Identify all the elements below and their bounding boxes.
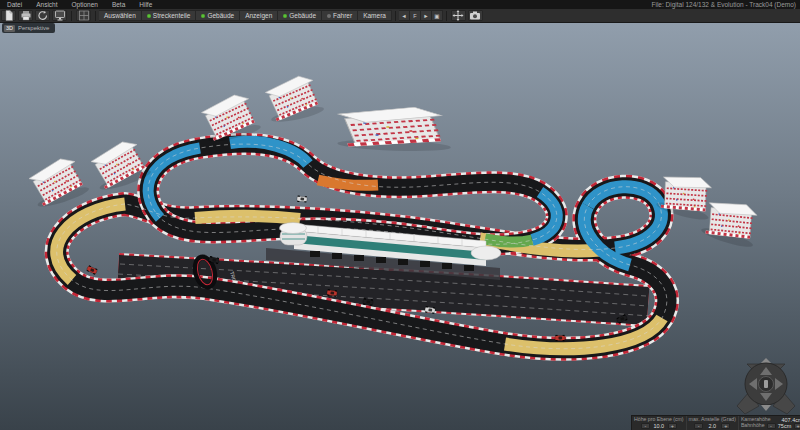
toolbar-separator [95,11,96,21]
grid-toggle-button[interactable] [76,10,91,21]
status-dot-icon [201,14,205,18]
move-arrows-icon [452,10,464,21]
menu-bar: Datei Ansicht Optionen Beta Hilfe File: … [0,0,800,9]
tool-label: Anzeigen [245,10,272,21]
camera-prev-button[interactable]: ◄ [399,10,410,21]
menu-hilfe[interactable]: Hilfe [132,0,159,9]
height-per-level-minus-button[interactable]: - [641,423,650,429]
printer-icon [20,10,32,21]
status-dot-icon [283,14,287,18]
reset-view-button[interactable] [35,10,50,21]
max-incline-section: max. Anstelle (Grad) - 2.0 + [687,416,739,430]
menu-datei[interactable]: Datei [0,0,29,9]
camera-next-button[interactable]: ► [421,10,432,21]
track-height-label: Bahnhöhe [741,423,765,429]
tool-label: Fahrer [333,10,352,21]
max-incline-value: 2.0 [705,423,719,429]
tool-label: Auswählen [104,10,136,21]
toolbar-separator [446,11,447,21]
grid-icon [78,10,90,21]
application-window: Datei Ansicht Optionen Beta Hilfe File: … [0,0,800,430]
height-per-level-value: 10.0 [652,423,666,429]
tool-anzeigen-button[interactable]: Anzeigen [240,10,278,21]
camera-track-height-section: Kamerahöhe 407.4cm Bahnhöhe - 75cm + [739,416,800,430]
camera-navigator[interactable] [733,350,799,416]
menu-beta[interactable]: Beta [105,0,132,9]
view-mode-selector[interactable]: 3D Perspektive [2,23,55,33]
viewport-3d[interactable]: 3D Perspektive [0,22,800,430]
max-incline-plus-button[interactable]: + [721,423,730,429]
rotate-arrow-icon [37,10,49,21]
display-button[interactable] [52,10,67,21]
tilt-down-button[interactable] [761,405,771,411]
toolbar-separator [71,11,72,21]
view-mode-badge: 3D [4,25,15,32]
tool-streckenteile-button[interactable]: Streckenteile [142,10,197,21]
pan-mode-button[interactable] [451,10,466,21]
tool-label: Streckenteile [153,10,191,21]
nav-center-icon [764,380,768,388]
view-mode-label: Perspektive [18,24,49,32]
toolbar-separator [395,11,396,21]
camera-frame-button[interactable]: ▣ [432,10,443,21]
menu-optionen[interactable]: Optionen [65,0,105,9]
tool-kamera-button[interactable]: Kamera [358,10,392,21]
tool-auswaehlen-button[interactable]: Auswählen [99,10,142,21]
camera-icon [469,10,481,21]
track-scene[interactable]: TRIX [0,22,800,430]
max-incline-label: max. Anstelle (Grad) [689,417,736,423]
print-button[interactable] [18,10,33,21]
status-bar: Höhe pro Ebene (cm) - 10.0 + max. Anstel… [631,415,800,430]
monitor-icon [54,10,66,21]
screenshot-button[interactable] [468,10,483,21]
tool-gebaeude2-button[interactable]: Gebäude [278,10,322,21]
camera-fit-button[interactable]: F [410,10,421,21]
height-per-level-section: Höhe pro Ebene (cm) - 10.0 + [632,416,687,430]
tilt-up-arrow-icon [761,358,771,363]
track-height-plus-button[interactable]: + [794,423,800,429]
height-per-level-plus-button[interactable]: + [668,423,677,429]
toolbar: Auswählen Streckenteile Gebäude Anzeigen… [0,9,800,23]
height-per-level-label: Höhe pro Ebene (cm) [634,417,684,423]
document-icon [3,10,15,21]
tool-fahrer-button[interactable]: Fahrer [322,10,358,21]
tool-gebaeude-button[interactable]: Gebäude [196,10,240,21]
tool-label: Gebäude [289,10,316,21]
window-file-title: File: Digital 124/132 & Evolution - Trac… [651,1,800,8]
max-incline-minus-button[interactable]: - [694,423,703,429]
tool-label: Kamera [363,10,386,21]
menu-ansicht[interactable]: Ansicht [29,0,64,9]
track-height-minus-button[interactable]: - [767,423,776,429]
new-file-button[interactable] [1,10,16,21]
tool-label: Gebäude [207,10,234,21]
track-height-value: 75cm [778,423,792,429]
status-dot-icon [327,14,331,18]
status-dot-icon [147,14,151,18]
